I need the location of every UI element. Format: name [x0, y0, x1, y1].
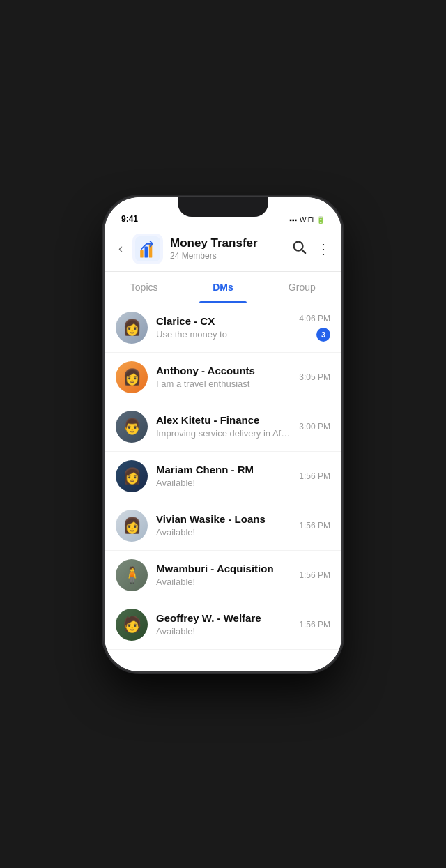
avatar: 🧍: [116, 559, 148, 591]
message-preview: Available!: [156, 626, 291, 637]
avatar: 👩: [116, 510, 148, 542]
messages-list: 👩 Clarice - CX Use the money to 4:06 PM …: [105, 303, 341, 671]
contact-name: Mariam Chenn - RM: [156, 464, 291, 475]
message-preview: Available!: [156, 527, 291, 538]
contact-name: Clarice - CX: [156, 315, 291, 327]
contact-name: Vivian Wasike - Loans: [156, 513, 291, 525]
message-meta: 4:06 PM 3: [299, 314, 330, 342]
message-content: Mariam Chenn - RM Available!: [156, 464, 291, 488]
contact-name: Mwamburi - Acquisition: [156, 563, 291, 574]
message-item[interactable]: 👩 Anthony - Accounts I am a travel enthu…: [105, 353, 341, 402]
contact-name: Geoffrey W. - Welfare: [156, 612, 291, 624]
tab-group[interactable]: Group: [263, 272, 341, 303]
svg-rect-1: [140, 250, 144, 257]
message-time: 1:56 PM: [299, 521, 330, 531]
message-item[interactable]: 👩 Mariam Chenn - RM Available! 1:56 PM: [105, 452, 341, 501]
battery-icon: 🔋: [316, 216, 325, 224]
avatar: 👩: [116, 361, 148, 393]
company-logo: [132, 234, 163, 264]
avatar: 👩: [116, 460, 148, 492]
message-item[interactable]: 🧍 Mwamburi - Acquisition Available! 1:56…: [105, 551, 341, 600]
message-preview: Available!: [156, 478, 291, 488]
message-meta: 1:56 PM: [299, 521, 330, 531]
more-options-button[interactable]: ⋮: [316, 241, 330, 257]
signal-icon: ▪▪▪: [289, 216, 297, 224]
message-preview: Available!: [156, 577, 291, 587]
message-preview: I am a travel enthusiast: [156, 379, 291, 389]
message-time: 1:56 PM: [299, 620, 330, 630]
message-time: 3:05 PM: [299, 372, 330, 382]
status-icons: ▪▪▪ WiFi 🔋: [289, 216, 325, 224]
message-time: 1:56 PM: [299, 471, 330, 481]
message-preview: Use the money to: [156, 329, 291, 340]
message-preview: Improving service delivery in Africa: [156, 428, 291, 439]
message-content: Vivian Wasike - Loans Available!: [156, 513, 291, 538]
message-item[interactable]: 👩 Vivian Wasike - Loans Available! 1:56 …: [105, 501, 341, 551]
group-title: Money Transfer: [170, 236, 284, 250]
avatar: 👨: [116, 411, 148, 443]
message-content: Mwamburi - Acquisition Available!: [156, 563, 291, 587]
back-button[interactable]: ‹: [116, 238, 125, 259]
message-meta: 3:05 PM: [299, 372, 330, 382]
message-time: 4:06 PM: [299, 314, 330, 323]
svg-line-5: [302, 250, 305, 253]
tabs-bar: Topics DMs Group: [105, 272, 341, 303]
message-meta: 1:56 PM: [299, 471, 330, 481]
header-actions: ⋮: [291, 239, 330, 258]
phone-screen: 9:41 ▪▪▪ WiFi 🔋 ‹: [105, 197, 341, 671]
message-item[interactable]: 🧑 Geoffrey W. - Welfare Available! 1:56 …: [105, 600, 341, 650]
contact-name: Anthony - Accounts: [156, 365, 291, 376]
message-content: Alex Kitetu - Finance Improving service …: [156, 414, 291, 439]
wifi-icon: WiFi: [300, 216, 314, 224]
message-meta: 1:56 PM: [299, 570, 330, 580]
message-content: Geoffrey W. - Welfare Available!: [156, 612, 291, 637]
contact-name: Alex Kitetu - Finance: [156, 414, 291, 426]
search-button[interactable]: [291, 239, 307, 258]
header-info: Money Transfer 24 Members: [170, 236, 284, 261]
message-content: Clarice - CX Use the money to: [156, 315, 291, 340]
message-item[interactable]: 👩 Clarice - CX Use the money to 4:06 PM …: [105, 303, 341, 353]
phone-frame: 9:41 ▪▪▪ WiFi 🔋 ‹: [105, 197, 341, 671]
screen-content: ‹ Money Transfer 24 Membe: [105, 228, 341, 671]
avatar: 🧑: [116, 609, 148, 641]
message-meta: 1:56 PM: [299, 620, 330, 630]
svg-rect-2: [145, 246, 148, 257]
unread-badge: 3: [316, 328, 330, 342]
message-time: 3:00 PM: [299, 422, 330, 432]
logo-svg: [135, 236, 160, 261]
tab-topics[interactable]: Topics: [105, 272, 183, 303]
message-time: 1:56 PM: [299, 570, 330, 580]
tab-dms[interactable]: DMs: [183, 272, 262, 303]
message-meta: 3:00 PM: [299, 422, 330, 432]
message-content: Anthony - Accounts I am a travel enthusi…: [156, 365, 291, 389]
member-count: 24 Members: [170, 251, 284, 261]
message-item[interactable]: 👨 Alex Kitetu - Finance Improving servic…: [105, 402, 341, 452]
header: ‹ Money Transfer 24 Membe: [105, 228, 341, 272]
notch: [178, 197, 268, 217]
avatar: 👩: [116, 312, 148, 344]
status-time: 9:41: [121, 214, 138, 224]
